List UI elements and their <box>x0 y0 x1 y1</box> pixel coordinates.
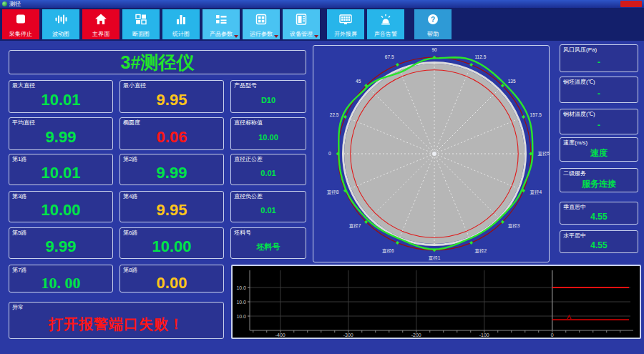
app-window: 测径 采集停止波动图主界面断面图统计图产品参数运行参数设备管理开外接屏声音告警?… <box>0 0 644 354</box>
external-screen-icon <box>338 13 353 26</box>
field-label: 第4路 <box>123 193 220 200</box>
field-value: 10.01 <box>12 163 109 183</box>
field-path-8: 第8路0.00 <box>119 265 224 292</box>
toolbar-button-help[interactable]: ?帮助 <box>414 9 452 39</box>
field-billet-no: 坯料号坯料号 <box>230 227 306 259</box>
titlebar: 测径 <box>0 0 644 8</box>
field-label: 椭圆度 <box>123 119 220 127</box>
field-plus-tolerance: 直径正公差0.01 <box>230 154 306 185</box>
toolbar-button-run-params[interactable]: 运行参数 <box>243 9 280 39</box>
field-label: 第5路 <box>12 230 109 237</box>
angle-label: 22.5 <box>330 112 339 117</box>
field-label: 直径负公差 <box>234 193 303 200</box>
spoke-marker <box>396 241 399 245</box>
field-label: 第7路 <box>12 267 109 274</box>
field-value: 10.01 <box>12 89 109 111</box>
field-label: 产品型号 <box>234 82 303 89</box>
gauge-title: 3#测径仪 <box>121 51 195 74</box>
field-label: 钢坯温度(℃) <box>563 79 635 86</box>
cross-section-chart: 022.54567.590112.5135157.5直径5直径4直径3直径2直径… <box>313 46 549 262</box>
toolbar-button-label: 帮助 <box>427 31 439 37</box>
toolbar-button-section-chart[interactable]: 断面图 <box>122 9 160 39</box>
close-button[interactable] <box>620 1 642 7</box>
toolbar-button-label: 声音告警 <box>374 31 397 37</box>
diameter-label: 直径7 <box>349 223 361 228</box>
diameter-label: 直径8 <box>327 190 339 195</box>
toolbar-button-product-params[interactable]: 产品参数 <box>203 9 240 39</box>
field-path-4: 第4路9.95 <box>119 191 224 222</box>
field-value: 10.00 <box>12 200 109 220</box>
trend-chart-panel: 10.010.010.0-400-300-200-1000 <box>231 265 641 339</box>
field-max-diameter: 最大直径10.01 <box>9 80 113 113</box>
field-value: 速度 <box>563 147 635 159</box>
diameter-label: 直径5 <box>537 151 550 156</box>
stop-icon <box>14 13 28 26</box>
field-path-1: 第1路10.01 <box>9 154 113 185</box>
field-label: 平均直径 <box>12 119 109 127</box>
angle-label: 67.5 <box>385 54 394 59</box>
field-min-diameter: 最小直径9.95 <box>119 80 224 113</box>
angle-label: 112.5 <box>474 54 486 59</box>
device-manage-icon <box>294 13 308 26</box>
field-value: 9.95 <box>123 200 220 220</box>
help-icon: ? <box>426 13 440 26</box>
trend-chart: 10.010.010.0-400-300-200-1000 <box>233 266 640 338</box>
center-dot <box>432 152 436 156</box>
waveform-icon <box>54 13 68 26</box>
dropdown-arrow-icon <box>314 35 318 38</box>
toolbar: 采集停止波动图主界面断面图统计图产品参数运行参数设备管理开外接屏声音告警?帮助 <box>0 8 644 41</box>
toolbar-button-sound-alarm[interactable]: 声音告警 <box>367 9 404 39</box>
toolbar-button-label: 主界面 <box>92 31 109 37</box>
toolbar-button-external-screen[interactable]: 开外接屏 <box>327 9 364 39</box>
diameter-label: 直径4 <box>530 190 542 195</box>
field-label: 坯料号 <box>234 230 303 237</box>
field-steel-temperature: 钢材温度(℃)- <box>560 109 638 134</box>
field-avg-diameter: 平均直径9.99 <box>9 117 113 150</box>
field-path-7: 第7路10. 00 <box>9 265 113 292</box>
field-label: 风口风压(Pa) <box>563 46 635 54</box>
field-value: - <box>563 118 635 132</box>
diameter-label: 直径3 <box>508 223 520 228</box>
field-wind-pressure: 风口风压(Pa)- <box>560 44 638 72</box>
angle-label: 157.5 <box>530 112 542 117</box>
toolbar-button-stats-chart[interactable]: 统计图 <box>162 9 200 39</box>
field-label: 异常 <box>12 304 220 311</box>
x-tick-label: -100 <box>479 333 489 338</box>
diameter-label: 直径1 <box>429 255 441 260</box>
y-tick-label: 10.0 <box>236 314 246 319</box>
field-label: 最小直径 <box>123 82 220 89</box>
field-value: 0.06 <box>123 127 220 148</box>
diameter-label: 直径2 <box>474 248 487 253</box>
angle-label: 0 <box>328 151 331 156</box>
field-value: 9.99 <box>12 127 109 148</box>
field-exception: 异常打开报警端口失败！ <box>9 302 224 339</box>
field-value: 坯料号 <box>234 237 303 257</box>
x-tick-label: 0 <box>551 333 554 338</box>
dropdown-arrow-icon <box>274 35 278 38</box>
field-label: 第2路 <box>123 156 220 163</box>
home-icon <box>94 13 108 26</box>
field-value: 4.55 <box>563 211 635 222</box>
dropdown-arrow-icon <box>234 35 238 38</box>
field-value: 4.55 <box>563 240 635 251</box>
toolbar-button-main-view[interactable]: 主界面 <box>82 9 119 39</box>
field-label: 第1路 <box>12 156 109 163</box>
toolbar-button-capture-stop[interactable]: 采集停止 <box>2 9 39 39</box>
gauge-title-box: 3#测径仪 <box>9 50 306 74</box>
field-label: 直径正公差 <box>234 156 303 163</box>
barchart-icon <box>174 13 188 26</box>
window-title: 测径 <box>9 1 21 7</box>
field-label: 速度(m/s) <box>563 139 635 147</box>
field-path-2: 第2路9.99 <box>119 154 224 185</box>
x-tick-label: -200 <box>411 333 421 338</box>
field-value: - <box>563 86 635 101</box>
app-icon <box>2 1 7 6</box>
field-l2-server: 二级服务服务连接 <box>560 168 638 192</box>
toolbar-button-device-manage[interactable]: 设备管理 <box>283 9 320 39</box>
field-nominal-diameter: 直径标称值10.00 <box>230 117 306 150</box>
spoke-marker <box>396 63 399 67</box>
cross-section-panel: 022.54567.590112.5135157.5直径5直径4直径3直径2直径… <box>313 45 550 262</box>
angle-label: 90 <box>431 47 437 52</box>
toolbar-button-wave-chart[interactable]: 波动图 <box>42 9 79 39</box>
field-path-3: 第3路10.00 <box>9 191 113 222</box>
